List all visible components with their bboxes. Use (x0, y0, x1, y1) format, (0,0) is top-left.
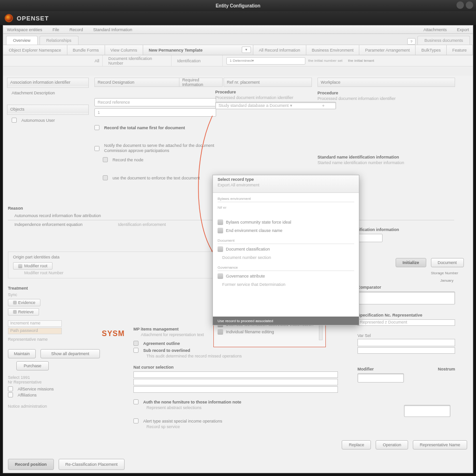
replace-button[interactable]: Replace (342, 440, 371, 450)
left-panel-2-head[interactable]: Objects (7, 105, 88, 113)
filter-all-label[interactable]: All (92, 55, 103, 66)
checkbox-icon[interactable] (133, 399, 139, 404)
var-sel-input[interactable] (357, 339, 455, 346)
maintain-button[interactable]: Maintain (8, 349, 36, 358)
record-designation-input[interactable]: Record reference (94, 98, 216, 106)
popup-item-label: End environment clause name (226, 228, 283, 233)
document-button[interactable]: Document (431, 258, 464, 267)
increment-name-box[interactable]: Increment name (8, 320, 62, 327)
menu-item[interactable]: Attachments (423, 27, 447, 32)
nostrum-input[interactable] (404, 405, 450, 417)
spec-representative-input[interactable]: Represented z Document (357, 319, 455, 326)
modifier-label: Modifier (357, 367, 374, 371)
modifier-input[interactable] (357, 373, 404, 383)
checkbox-icon[interactable] (103, 157, 108, 162)
highlight-item-3[interactable]: Individual filename editing (226, 330, 274, 334)
show-department-button[interactable]: Show all department (40, 349, 100, 358)
purchase-button[interactable]: Purchase (16, 361, 49, 370)
left-panel-1-item[interactable]: Attachment Description (7, 91, 89, 95)
evidence-button[interactable]: Evidence (8, 299, 40, 306)
btn-label: Retrieve (18, 310, 34, 314)
nat-cursor-input-2[interactable] (133, 379, 338, 385)
retrieve-button[interactable]: Retrieve (8, 308, 39, 316)
popup-item[interactable]: Nif er (213, 203, 359, 212)
checkbox-icon[interactable] (133, 341, 139, 346)
minimize-icon[interactable] (456, 1, 464, 9)
var-sel-field: Var Sel (357, 333, 455, 338)
stab-bundle-forms[interactable]: Bundle Forms (67, 45, 105, 55)
menu-item[interactable]: Record (69, 27, 83, 32)
var-sel-input-2[interactable] (357, 347, 455, 354)
menu-item[interactable]: File (53, 27, 60, 32)
menu-item[interactable]: Export (457, 27, 469, 32)
left-panel-1-head[interactable]: Association information identifier (7, 78, 88, 86)
btn-label: Evidence (18, 300, 35, 305)
notify-line1: Notify the document to serve the attache… (104, 143, 214, 148)
tab-business-docs[interactable]: Business documents (417, 36, 470, 45)
dropdown-icon[interactable]: ▾ (242, 46, 251, 53)
stab-feature[interactable]: Feature (447, 45, 473, 55)
popup-item[interactable]: End environment clause name (213, 226, 359, 235)
representative-name-button[interactable]: Representative Name (413, 440, 467, 450)
auth-none-label: Auth the none furniture to those informa… (143, 400, 241, 404)
tab-relationships[interactable]: Relationships (40, 36, 79, 45)
stab-business-env[interactable]: Business Environment (306, 45, 360, 55)
checkbox-icon[interactable] (12, 118, 17, 123)
popup-item-sub[interactable]: Document number section (213, 253, 359, 262)
procedure-input[interactable]: Study standard database a Document ▾ ＋ (215, 102, 336, 109)
checkbox-icon[interactable] (133, 418, 139, 423)
stab-object-explorer[interactable]: Object Explorer Namespace (3, 45, 67, 55)
popup-item-sub[interactable]: Former service that Determination (213, 280, 359, 289)
initialize-button[interactable]: Initialize (396, 258, 426, 267)
checkbox-icon[interactable] (94, 125, 99, 130)
stab-view-columns[interactable]: View Columns (105, 45, 143, 55)
checkbox-icon[interactable] (8, 386, 13, 391)
popup-list: Bylaws environment Nif er Bylaws communi… (213, 193, 359, 291)
left-panel-2-item-label: Autonomous User (21, 118, 55, 123)
input-placeholder: Record reference (98, 100, 130, 105)
popup-item[interactable]: Governance attribute (213, 272, 359, 280)
window-title: Entity Configuration (216, 3, 260, 8)
stab-bulktypes[interactable]: BulkTypes (416, 45, 447, 55)
stab-param-arrange[interactable]: Parameter Arrangement (359, 45, 416, 55)
menu-item[interactable]: Standard Information (93, 27, 132, 32)
popup-item-label: Governance attribute (226, 274, 265, 278)
right-field-1-head: Workplace (318, 78, 455, 86)
filter-identification[interactable]: Identification (172, 55, 223, 66)
help-icon[interactable]: ? (407, 38, 416, 45)
sub-option-2-label: use the document to enforce the text doc… (112, 176, 200, 180)
treatment-head: Treatment (8, 286, 121, 291)
checkbox-icon[interactable] (8, 392, 13, 397)
popup-item[interactable]: Document classification (213, 245, 359, 253)
filter-pill-1[interactable]: 1 Determined ▾ (226, 57, 305, 65)
filter-pill-1-label: 1 Determined (230, 59, 252, 63)
tab-overview[interactable]: Overview (6, 36, 38, 45)
checkbox-icon[interactable] (103, 175, 108, 180)
body: Association information identifier Attac… (3, 76, 473, 473)
chklist-2: Affiliations (18, 393, 37, 397)
reclassification-button[interactable]: Re-Classification Placement (59, 459, 125, 470)
alert-type-subtext: Record sp service (133, 424, 347, 429)
record-value-input[interactable]: 1 (94, 108, 216, 117)
path-password-box[interactable]: Path password (8, 328, 62, 334)
stab-new-template[interactable]: New Permanency Template ▾ (143, 45, 253, 55)
comparator-input[interactable] (357, 291, 455, 304)
popup-footer[interactable]: Use record to proceed associated (213, 317, 359, 325)
popup-item[interactable]: Bylaws community state force ideal (213, 218, 359, 226)
operation-button[interactable]: Operation (376, 440, 408, 450)
nat-cursor-input-3[interactable] (133, 386, 338, 393)
plus-icon[interactable]: ＋ (321, 103, 325, 109)
filter-doc-id[interactable]: Document Identification Number (103, 55, 172, 66)
input-value: Represented z Document (360, 320, 407, 324)
popup-item-label: Bylaws community state force ideal (226, 220, 291, 225)
maximize-icon[interactable] (466, 1, 473, 9)
record-position-button[interactable]: Record position (8, 459, 54, 470)
nat-cursor-input-1[interactable] (133, 371, 338, 378)
left-panel-2-item[interactable]: Autonomous User (7, 118, 89, 123)
doc-icon (18, 264, 22, 268)
checkbox-icon[interactable] (133, 348, 139, 353)
checkbox-icon[interactable] (94, 146, 99, 151)
stab-record-info[interactable]: All Record Information (253, 45, 306, 55)
modifier-root-chip[interactable]: Modifier root (13, 262, 53, 270)
menu-item[interactable]: Workspace entities (7, 27, 42, 32)
